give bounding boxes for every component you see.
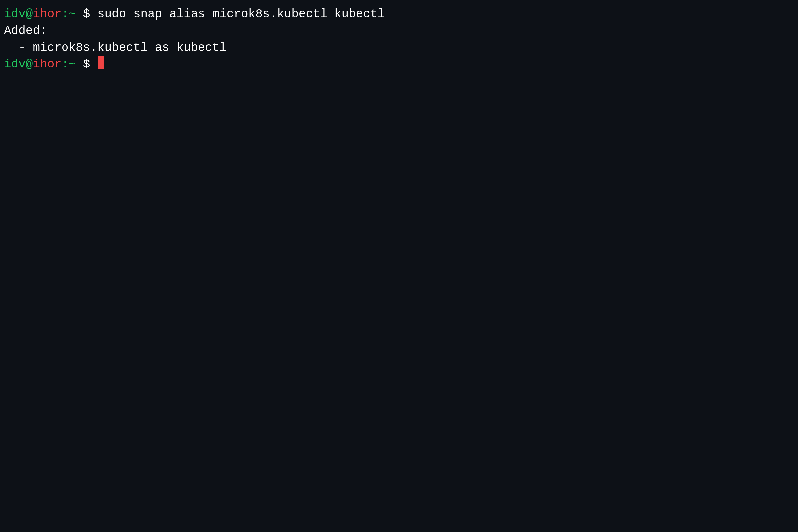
output-added-text: Added: — [4, 23, 47, 39]
new-prompt-line: idv @ ihor : ~ $ — [4, 56, 794, 73]
new-prompt-colon: : — [61, 56, 69, 73]
new-prompt-dollar: $ — [76, 56, 97, 73]
command-text: sudo snap alias microk8s.kubectl kubectl — [90, 6, 385, 23]
terminal-window[interactable]: idv @ ihor : ~ $ sudo snap alias microk8… — [0, 0, 798, 532]
new-prompt-tilde: ~ — [69, 56, 76, 73]
terminal-cursor — [98, 56, 104, 69]
prompt-at: @ — [25, 6, 33, 23]
prompt-host: ihor — [33, 6, 61, 23]
prompt-user: idv — [4, 6, 25, 23]
output-alias-text: - microk8s.kubectl as kubectl — [4, 40, 227, 56]
prompt-tilde: ~ — [69, 6, 76, 23]
new-prompt-host: ihor — [33, 56, 61, 73]
new-prompt-user: idv — [4, 56, 25, 73]
command-line: idv @ ihor : ~ $ sudo snap alias microk8… — [4, 6, 794, 23]
prompt-colon: : — [61, 6, 69, 23]
new-prompt-at: @ — [25, 56, 33, 73]
prompt-dollar: $ — [76, 6, 90, 23]
output-added-line: Added: — [4, 23, 794, 39]
output-alias-line: - microk8s.kubectl as kubectl — [4, 40, 794, 56]
